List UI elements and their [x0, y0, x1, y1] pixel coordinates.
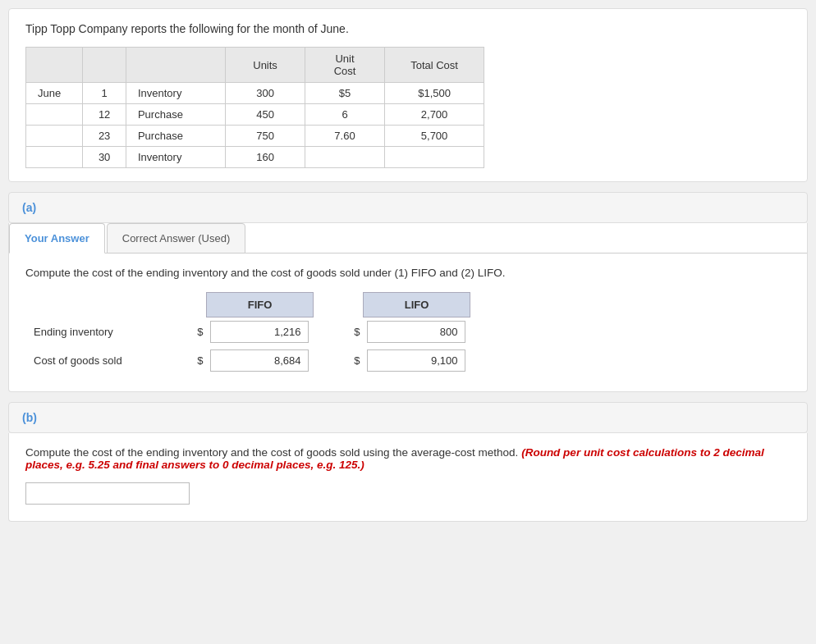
question-text: Compute the cost of the ending inventory… — [25, 267, 791, 279]
data-table: Units UnitCost Total Cost June 1 Invento… — [25, 47, 484, 168]
cell-total-cost: 2,700 — [384, 104, 484, 126]
fifo-dollar: $ — [157, 317, 207, 347]
cell-type: Inventory — [126, 83, 225, 104]
cell-day: 12 — [83, 104, 126, 126]
tab-your-answer[interactable]: Your Answer — [9, 223, 105, 253]
th-total-cost: Total Cost — [384, 48, 484, 83]
fifo-input[interactable] — [210, 321, 309, 343]
section-b-input[interactable] — [25, 482, 190, 505]
answer-content: Compute the cost of the ending inventory… — [9, 267, 807, 375]
fifo-dollar: $ — [157, 346, 207, 375]
table-row: June 1 Inventory 300 $5 $1,500 — [26, 83, 484, 104]
fifo-input-cell — [207, 317, 314, 347]
lifo-input-cell — [364, 317, 470, 347]
cell-total-cost: $1,500 — [384, 83, 484, 104]
section-a-wrapper: (a) Your Answer Correct Answer (Used) Co… — [8, 192, 808, 392]
tabs: Your Answer Correct Answer (Used) — [9, 223, 807, 253]
cell-month — [26, 147, 83, 168]
cell-total-cost: 5,700 — [384, 126, 484, 147]
fifo-input[interactable] — [210, 349, 309, 372]
answer-row: Cost of goods sold $ $ — [25, 346, 470, 375]
section-a-card: Your Answer Correct Answer (Used) Comput… — [8, 223, 808, 392]
cell-unit-cost — [305, 147, 385, 168]
answer-label: Ending inventory — [25, 317, 157, 347]
cell-month — [26, 126, 83, 147]
cell-unit-cost: $5 — [305, 83, 385, 104]
th-day — [83, 48, 126, 83]
th-month — [26, 48, 83, 83]
tab-correct-answer[interactable]: Correct Answer (Used) — [107, 223, 245, 253]
cell-month: June — [26, 83, 83, 104]
cell-units: 300 — [226, 83, 305, 104]
th-type — [126, 48, 225, 83]
th-units: Units — [226, 48, 305, 83]
section-b-text: Compute the cost of the ending inventory… — [25, 446, 791, 471]
cell-type: Inventory — [126, 147, 225, 168]
section-b-card: Compute the cost of the ending inventory… — [8, 433, 808, 522]
answer-label: Cost of goods sold — [25, 346, 157, 375]
cell-type: Purchase — [126, 104, 225, 126]
th-unit-cost: UnitCost — [305, 48, 385, 83]
th-empty3 — [314, 293, 364, 317]
cell-unit-cost: 6 — [305, 104, 385, 126]
cell-units: 450 — [226, 104, 305, 126]
section-b-normal-text: Compute the cost of the ending inventory… — [25, 446, 518, 459]
answer-table: FIFO LIFO Ending inventory $ $ Cost of g… — [25, 292, 470, 375]
fifo-input-cell — [207, 346, 314, 375]
cell-units: 160 — [226, 147, 305, 168]
section-b-wrapper: (b) Compute the cost of the ending inven… — [8, 402, 808, 522]
table-row: 23 Purchase 750 7.60 5,700 — [26, 126, 484, 147]
cell-type: Purchase — [126, 126, 225, 147]
cell-day: 23 — [83, 126, 126, 147]
th-empty2 — [157, 293, 207, 317]
cell-month — [26, 104, 83, 126]
answer-row: Ending inventory $ $ — [25, 317, 470, 347]
section-a-label: (a) — [8, 192, 808, 223]
lifo-input[interactable] — [367, 349, 465, 372]
table-row: 12 Purchase 450 6 2,700 — [26, 104, 484, 126]
table-row: 30 Inventory 160 — [26, 147, 484, 168]
th-empty1 — [25, 293, 157, 317]
lifo-dollar: $ — [314, 346, 364, 375]
th-lifo: LIFO — [364, 293, 470, 317]
intro-card: Tipp Topp Company reports the following … — [8, 8, 808, 182]
cell-total-cost — [384, 147, 484, 168]
cell-day: 1 — [83, 83, 126, 104]
section-b-label: (b) — [8, 402, 808, 433]
cell-day: 30 — [83, 147, 126, 168]
cell-units: 750 — [226, 126, 305, 147]
lifo-input[interactable] — [367, 321, 465, 343]
lifo-input-cell — [364, 346, 470, 375]
cell-unit-cost: 7.60 — [305, 126, 385, 147]
lifo-dollar: $ — [314, 317, 364, 347]
intro-text: Tipp Topp Company reports the following … — [25, 22, 791, 35]
th-fifo: FIFO — [207, 293, 314, 317]
